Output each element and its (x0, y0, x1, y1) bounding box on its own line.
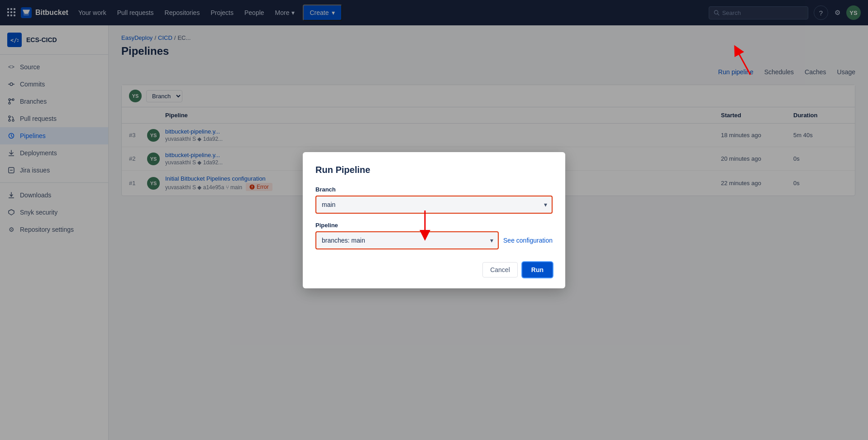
branch-select-wrapper: main develop feature/test ▾ (315, 196, 553, 214)
branch-select[interactable]: main develop feature/test (316, 196, 544, 213)
arrow-run-pipeline (719, 43, 755, 79)
branch-chevron-icon: ▾ (544, 201, 552, 208)
branch-label: Branch (315, 186, 553, 193)
run-pipeline-modal: Run Pipeline Branch main develop feature… (303, 152, 565, 288)
modal-actions: Cancel Run (315, 262, 553, 277)
pipeline-select-wrapper: branches: main branches: develop custom … (315, 231, 499, 249)
see-configuration-link[interactable]: See configuration (503, 237, 553, 244)
pipeline-chevron-icon: ▾ (490, 237, 498, 244)
modal-overlay[interactable]: Run Pipeline Branch main develop feature… (0, 0, 868, 440)
pipeline-row: branches: main branches: develop custom … (315, 231, 553, 249)
pipeline-select[interactable]: branches: main branches: develop custom (316, 232, 490, 249)
modal-title: Run Pipeline (315, 165, 553, 175)
cancel-button[interactable]: Cancel (482, 262, 518, 277)
run-button[interactable]: Run (522, 262, 553, 277)
pipeline-label: Pipeline (315, 222, 553, 229)
